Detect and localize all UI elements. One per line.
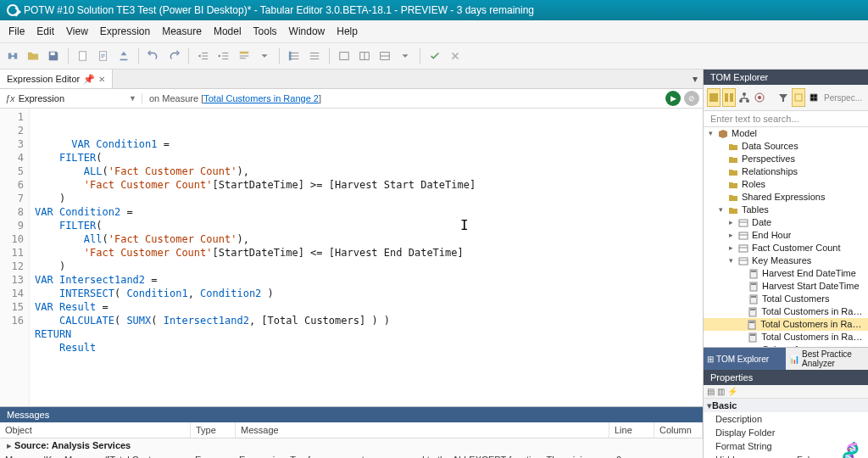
tab-bpa[interactable]: 📊 Best Practice Analyzer (786, 348, 868, 370)
tree-node[interactable]: Shared Expressions (704, 191, 868, 204)
tab-tom-explorer[interactable]: ⊞ TOM Explorer (704, 348, 786, 370)
new-file-icon[interactable] (74, 47, 92, 64)
col-object[interactable]: Object (0, 422, 191, 438)
save-icon[interactable] (44, 47, 63, 64)
redo-icon[interactable] (164, 47, 183, 64)
svg-rect-11 (730, 93, 733, 102)
filter-icon[interactable] (776, 88, 790, 107)
grid-icon[interactable] (807, 88, 821, 107)
toggle-columns-icon[interactable] (722, 88, 736, 107)
stop-button[interactable]: ⊘ (684, 91, 699, 106)
messages-columns: Object Type Message Line Column (0, 422, 703, 438)
tree-node[interactable]: Total Customers in Range 2 (704, 318, 868, 331)
svg-rect-9 (709, 93, 718, 102)
tree-node[interactable]: Total Customers in Range (704, 305, 868, 318)
messages-header[interactable]: Messages (0, 407, 703, 422)
menu-edit[interactable]: Edit (36, 25, 54, 37)
line-gutter: 1 2 3 4 5 6 7 8 9 10 11 12 13 14 15 16 (0, 109, 30, 406)
outdent-icon[interactable] (194, 47, 213, 64)
dropdown2-icon[interactable] (396, 47, 415, 64)
messages-group[interactable]: Source: Analysis Services (0, 438, 703, 453)
tree-node[interactable]: Total Customers (704, 293, 868, 305)
tree-node[interactable]: Total Customers in Range (704, 331, 868, 344)
measure-link[interactable]: Total Customers in Range 2 (203, 93, 319, 103)
dropdown-icon[interactable] (255, 47, 274, 64)
menu-file[interactable]: File (8, 25, 25, 37)
uncomment-icon[interactable] (305, 47, 324, 64)
toggle-measures-icon[interactable] (707, 88, 721, 107)
tree-node[interactable]: ▸Date (704, 216, 868, 229)
explorer-search[interactable] (704, 111, 868, 127)
model-tree[interactable]: ▾ModelData SourcesPerspectivesRelationsh… (704, 127, 868, 347)
pin-icon[interactable]: 📌 (83, 74, 95, 85)
col-type[interactable]: Type (191, 422, 236, 438)
svg-rect-35 (749, 321, 754, 323)
properties-grid: Basic Description Display Folder Format … (704, 399, 868, 458)
tree-node[interactable]: ▾Tables (704, 204, 868, 216)
message-text: Expression: Too few arguments were passe… (234, 453, 611, 458)
tom-explorer-header[interactable]: TOM Explorer (704, 70, 868, 85)
comment-icon[interactable] (285, 47, 303, 64)
menu-window[interactable]: Window (289, 25, 326, 37)
search-input[interactable] (709, 113, 863, 125)
tree-node[interactable]: Harvest End DateTime (704, 267, 868, 280)
tree-node[interactable]: Perspectives (704, 153, 868, 165)
tree-node[interactable]: Relationships (704, 165, 868, 178)
connect-icon[interactable] (3, 47, 22, 64)
menu-tools[interactable]: Tools (253, 25, 277, 37)
prop-group-basic[interactable]: Basic (704, 399, 868, 412)
svg-rect-17 (795, 94, 802, 101)
toggle-hierarchy-icon[interactable] (737, 88, 751, 107)
col-message[interactable]: Message (236, 422, 609, 438)
undo-icon[interactable] (144, 47, 163, 64)
svg-rect-31 (751, 296, 756, 298)
chevron-down-icon: ▼ (129, 94, 136, 103)
tree-node[interactable]: ▸End Hour (704, 229, 868, 242)
deploy-icon[interactable] (114, 47, 133, 64)
tree-node[interactable]: ▾Model (704, 127, 868, 140)
pane2-icon[interactable] (355, 47, 374, 64)
info-icon[interactable] (792, 88, 805, 107)
properties-toolbar: ▤ ▥ ⚡ (704, 385, 868, 399)
svg-rect-1 (80, 52, 86, 61)
prop-display-folder[interactable]: Display Folder (704, 426, 868, 439)
menu-help[interactable]: Help (337, 25, 358, 37)
toggle-hidden-icon[interactable] (753, 88, 766, 107)
perspective-selector[interactable] (822, 92, 868, 103)
svg-rect-4 (340, 53, 349, 60)
menu-model[interactable]: Model (214, 25, 242, 37)
tab-expression-editor[interactable]: Expression Editor 📌 ✕ (0, 70, 113, 88)
run-button[interactable]: ▶ (665, 91, 681, 106)
explorer-toolbar (704, 85, 868, 111)
menu-measure[interactable]: Measure (162, 25, 202, 37)
message-row[interactable]: Measure 'Key Measures'[Total Customers i… (0, 453, 703, 458)
code-editor[interactable]: 1 2 3 4 5 6 7 8 9 10 11 12 13 14 15 16 𝙸… (0, 109, 703, 406)
close-tab-icon[interactable]: ✕ (98, 75, 105, 84)
cancel-icon[interactable] (446, 47, 465, 64)
open-icon[interactable] (24, 47, 42, 64)
prop-description[interactable]: Description (704, 412, 868, 426)
format-icon[interactable] (235, 47, 253, 64)
accept-icon[interactable] (426, 47, 444, 64)
indent-icon[interactable] (214, 47, 233, 64)
tab-menu-icon[interactable]: ▾ (687, 70, 703, 88)
svg-rect-37 (750, 334, 755, 336)
svg-rect-24 (739, 258, 748, 265)
menu-view[interactable]: View (66, 25, 88, 37)
pane1-icon[interactable] (335, 47, 353, 64)
expression-selector[interactable]: ƒx Expression ▼ (0, 93, 142, 103)
pane3-icon[interactable] (376, 47, 394, 64)
script-icon[interactable] (94, 47, 113, 64)
code-area[interactable]: 𝙸 VAR Condition1 = FILTER( ALL('Fact Cus… (30, 109, 703, 406)
tree-node[interactable]: ▸Fact Customer Count (704, 242, 868, 254)
col-column[interactable]: Column (654, 422, 703, 438)
menu-expression[interactable]: Expression (100, 25, 150, 37)
tree-node[interactable]: Harvest Start DateTime (704, 280, 868, 293)
expression-kind: Expression (19, 93, 64, 103)
tree-node[interactable]: ▾Key Measures (704, 254, 868, 267)
tree-node[interactable]: Data Sources (704, 140, 868, 153)
properties-header[interactable]: Properties (704, 370, 868, 385)
svg-rect-27 (751, 271, 756, 272)
col-line[interactable]: Line (609, 422, 654, 438)
tree-node[interactable]: Roles (704, 178, 868, 191)
